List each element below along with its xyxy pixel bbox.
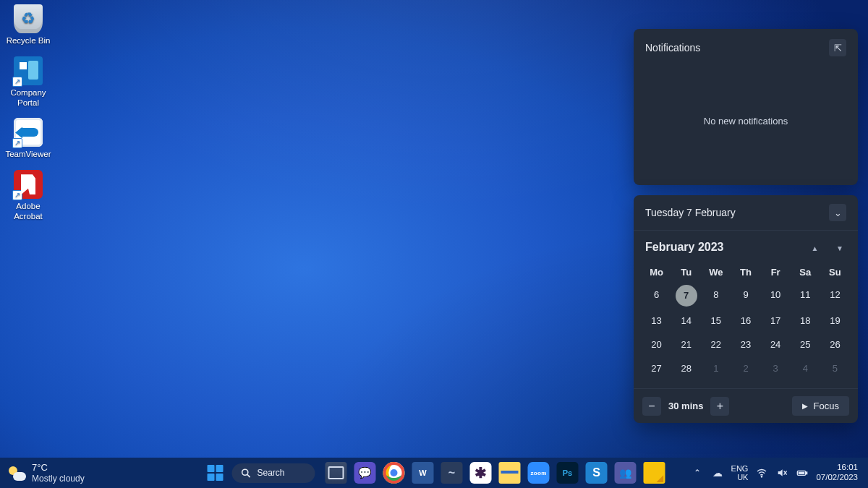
volume-tray-icon[interactable] (775, 466, 788, 479)
calendar-day[interactable]: 26 (821, 333, 849, 356)
zoom-button[interactable] (528, 462, 550, 484)
calendar-day[interactable]: 28 (672, 357, 700, 380)
calendar-dow: Fr (762, 262, 790, 282)
desktop-icon-label: Adobe Acrobat (3, 202, 54, 222)
calendar-day[interactable]: 16 (731, 309, 760, 332)
search-button[interactable]: Search (232, 463, 315, 483)
photoshop-button[interactable]: Ps (557, 462, 579, 484)
company-portal-icon: ↗ (14, 56, 43, 85)
desktop-icon-adobe-acrobat[interactable]: ↗Adobe Acrobat (3, 167, 54, 229)
calendar-day[interactable]: 19 (821, 309, 849, 332)
calendar-prev-month-button[interactable]: ▲ (809, 244, 822, 252)
calendar-dow: Su (821, 262, 849, 282)
calendar-day[interactable]: 9 (731, 283, 760, 308)
svg-point-2 (762, 476, 762, 477)
calendar-day[interactable]: 4 (791, 357, 820, 380)
desktop-icon-label: Recycle Bin (3, 36, 54, 46)
calendar-day[interactable]: 22 (702, 333, 730, 356)
collapse-calendar-button[interactable]: ⌄ (829, 204, 846, 221)
task-view-button[interactable] (326, 462, 347, 484)
focus-increase-button[interactable]: + (710, 397, 729, 416)
file-explorer-button[interactable] (499, 462, 521, 484)
desktop-icon-company-portal[interactable]: ↗Company Portal (3, 53, 54, 116)
search-icon (241, 468, 252, 479)
weather-condition: Mostly cloudy (32, 474, 85, 484)
desktop-icon-label: Company Portal (3, 88, 54, 108)
chevron-down-icon: ⌄ (834, 207, 842, 218)
onedrive-tray-icon[interactable] (711, 466, 724, 479)
start-button[interactable] (203, 461, 228, 485)
clock-button[interactable]: 16:01 07/02/2023 (816, 463, 858, 483)
app-button[interactable] (441, 462, 463, 484)
adobe-acrobat-icon: ↗ (14, 170, 43, 199)
shortcut-arrow-icon: ↗ (12, 77, 22, 87)
weather-icon (9, 465, 25, 481)
shortcut-arrow-icon: ↗ (12, 138, 22, 148)
calendar-panel: Tuesday 7 February ⌄ February 2023 ▲ ▼ M… (634, 195, 858, 423)
slack-button[interactable] (470, 462, 492, 484)
clock-date: 07/02/2023 (816, 473, 858, 483)
sticky-notes-button[interactable] (644, 462, 665, 484)
weather-widget[interactable]: 7°C Mostly cloudy (9, 462, 85, 484)
calendar-day[interactable]: 8 (702, 283, 730, 308)
wifi-tray-icon[interactable] (755, 466, 768, 479)
calendar-day[interactable]: 10 (762, 283, 790, 308)
desktop-icon-recycle-bin[interactable]: Recycle Bin (3, 1, 54, 53)
svg-point-0 (242, 469, 248, 475)
notifications-panel: Notifications ⇱ No new notifications (634, 29, 858, 185)
calendar-dow: Th (731, 262, 760, 282)
system-tray: ENG UK 16:01 07/02/2023 (691, 458, 868, 488)
calendar-day[interactable]: 18 (791, 309, 820, 332)
calendar-grid: MoTuWeThFrSaSu67891011121314151617181920… (634, 258, 858, 388)
calendar-day[interactable]: 15 (702, 309, 730, 332)
calendar-dow: Mo (642, 262, 671, 282)
calendar-day[interactable]: 27 (642, 357, 671, 380)
teams-button[interactable] (615, 462, 637, 484)
language-indicator[interactable]: ENG UK (731, 464, 749, 481)
recycle-bin-icon (14, 4, 43, 33)
calendar-day[interactable]: 25 (791, 333, 820, 356)
calendar-dow: Tu (672, 262, 700, 282)
focus-duration-stepper: − 30 mins + (642, 397, 729, 416)
calendar-day[interactable]: 1 (702, 357, 730, 380)
calendar-day[interactable]: 21 (672, 333, 700, 356)
calendar-month-label: February 2023 (645, 241, 724, 254)
svg-rect-6 (807, 472, 807, 474)
taskbar-center: Search WPs (203, 458, 665, 488)
clock-time: 16:01 (816, 463, 858, 473)
tray-overflow-button[interactable] (691, 466, 704, 479)
svg-line-1 (247, 474, 250, 477)
chat-button[interactable] (354, 462, 376, 484)
chrome-button[interactable] (383, 462, 405, 484)
calendar-day[interactable]: 13 (642, 309, 671, 332)
focus-button[interactable]: Focus (792, 396, 849, 416)
calendar-day[interactable]: 6 (642, 283, 671, 308)
calendar-day[interactable]: 7 (676, 285, 697, 307)
calendar-day[interactable]: 20 (642, 333, 671, 356)
svg-rect-7 (799, 472, 805, 474)
focus-decrease-button[interactable]: − (642, 397, 661, 416)
notifications-settings-icon[interactable]: ⇱ (829, 39, 846, 56)
calendar-day[interactable]: 17 (762, 309, 790, 332)
calendar-day[interactable]: 5 (821, 357, 849, 380)
shortcut-arrow-icon: ↗ (12, 190, 22, 200)
calendar-day[interactable]: 12 (821, 283, 849, 308)
word-button[interactable]: W (412, 462, 434, 484)
calendar-next-month-button[interactable]: ▼ (833, 244, 846, 252)
calendar-day[interactable]: 23 (731, 333, 760, 356)
desktop-icon-label: TeamViewer (3, 150, 54, 160)
taskbar: 7°C Mostly cloudy Search WPs ENG UK 16: (0, 458, 868, 488)
calendar-date-header: Tuesday 7 February (645, 207, 736, 218)
calendar-day[interactable]: 11 (791, 283, 820, 308)
battery-tray-icon[interactable] (796, 466, 809, 479)
desktop-icon-teamviewer[interactable]: ↗TeamViewer (3, 115, 54, 167)
teamviewer-icon: ↗ (14, 118, 43, 147)
snagit-button[interactable] (586, 462, 608, 484)
calendar-day[interactable]: 3 (762, 357, 790, 380)
calendar-dow: We (702, 262, 730, 282)
calendar-day[interactable]: 2 (731, 357, 760, 380)
calendar-day[interactable]: 14 (672, 309, 700, 332)
calendar-day[interactable]: 24 (762, 333, 790, 356)
desktop-wallpaper[interactable]: Recycle Bin↗Company Portal↗TeamViewer↗Ad… (0, 0, 868, 488)
notifications-empty-text: No new notifications (704, 116, 788, 127)
